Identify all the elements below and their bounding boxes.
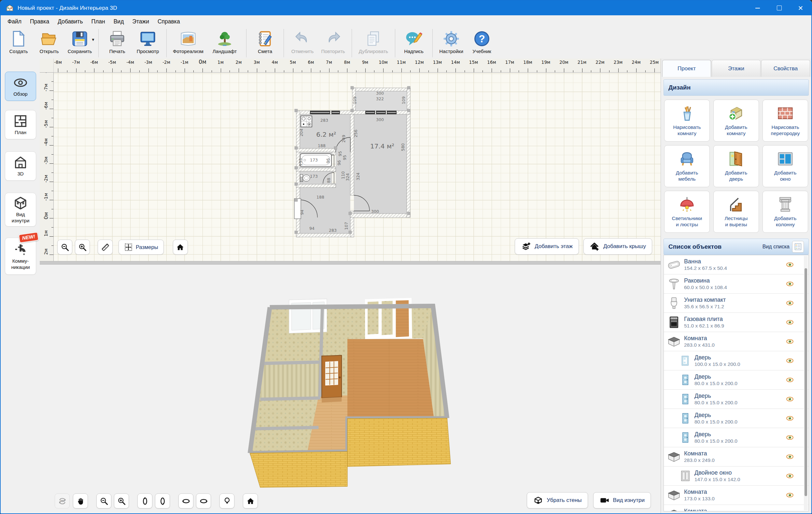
object-row-5[interactable]: Дверь100.0 x 15.0 x 200.0 xyxy=(664,351,808,370)
plan-canvas[interactable]: 1093003221092833002046.2 м²24925617.4 м²… xyxy=(53,72,661,261)
object-row-10[interactable]: Комната283.0 x 249.0 xyxy=(664,447,808,466)
object-row-6[interactable]: Дверь80.0 x 15.0 x 200.0 xyxy=(664,370,808,390)
wall-handle[interactable] xyxy=(295,147,297,149)
list-scrollbar-thumb[interactable] xyxy=(805,268,807,496)
design-add-column-button[interactable]: Добавитьколонну xyxy=(762,191,808,233)
wall-handle[interactable] xyxy=(351,86,354,89)
toolbar-label-button[interactable]: Надпись xyxy=(399,28,429,59)
save-dropdown-icon[interactable]: ▼ xyxy=(91,37,95,42)
plan-tool-dimensions[interactable]: Размеры xyxy=(118,240,164,254)
viewer3d-tool-tilt-up[interactable] xyxy=(137,493,152,509)
viewer3d-tool-lighting[interactable] xyxy=(220,493,234,509)
design-add-window-button[interactable]: Добавитьокно xyxy=(762,145,808,187)
viewer3d-tool-zoom-in-3d[interactable] xyxy=(114,493,129,509)
sidebar-item-inside-view[interactable]: Видизнутри xyxy=(5,193,36,226)
toolbar-landscape-button[interactable]: Ландшафт xyxy=(206,28,243,59)
viewer3d-tool-pan[interactable] xyxy=(73,493,88,509)
menu-item-5[interactable]: Этажи xyxy=(128,18,153,25)
toolbar-preview-button[interactable]: Просмотр xyxy=(133,28,163,59)
visibility-eye-icon[interactable] xyxy=(784,376,795,384)
wall-handle[interactable] xyxy=(407,109,410,112)
visibility-eye-icon[interactable] xyxy=(784,433,795,442)
object-row-1[interactable]: Раковина60.0 x 50.0 x 108.4 xyxy=(664,274,808,294)
object-row-0[interactable]: Ванна154.2 x 67.5 x 50.4 xyxy=(664,255,808,274)
menu-item-4[interactable]: Вид xyxy=(109,18,128,25)
viewer3d-tool-zoom-out-3d[interactable] xyxy=(96,493,111,509)
design-add-furniture-button[interactable]: Добавитьмебель xyxy=(664,145,710,187)
visibility-eye-icon[interactable] xyxy=(784,472,795,480)
sidebar-item-3d[interactable]: 3D xyxy=(5,151,36,181)
toolbar-print-button[interactable]: Печать xyxy=(102,28,133,59)
sidebar-item-overview[interactable]: Обзор xyxy=(5,71,36,101)
design-draw-partition-button[interactable]: Нарисоватьперегородку xyxy=(762,100,808,142)
tab-project[interactable]: Проект xyxy=(662,60,711,77)
visibility-eye-icon[interactable] xyxy=(784,395,795,403)
design-add-door-button[interactable]: Добавитьдверь xyxy=(713,145,759,187)
plan-tool-fit-home[interactable] xyxy=(173,240,188,254)
wall-handle[interactable] xyxy=(349,231,352,234)
wall-handle[interactable] xyxy=(407,86,410,89)
toolbar-settings-button[interactable]: Настройки xyxy=(436,28,467,59)
viewer3d-tool-fit-home-3d[interactable] xyxy=(243,493,258,509)
tab-floors[interactable]: Этажи xyxy=(712,60,760,77)
viewer3d-tool-orbit-left[interactable] xyxy=(178,493,194,509)
viewer3d-tool-orbit-right[interactable] xyxy=(196,493,211,509)
visibility-eye-icon[interactable] xyxy=(784,280,795,288)
wall-handle[interactable] xyxy=(334,147,337,149)
wall-handle[interactable] xyxy=(407,212,410,215)
plan-tool-measure-ruler[interactable] xyxy=(98,240,113,254)
wall-handle[interactable] xyxy=(349,212,352,215)
object-row-7[interactable]: Дверь80.0 x 15.0 x 200.0 xyxy=(664,390,808,409)
split-divider[interactable] xyxy=(40,261,661,265)
list-scrollbar[interactable] xyxy=(804,256,808,510)
object-row-8[interactable]: Дверь80.0 x 15.0 x 200.0 xyxy=(664,409,808,428)
visibility-eye-icon[interactable] xyxy=(784,414,795,422)
menu-item-2[interactable]: Добавить xyxy=(53,18,87,25)
toolbar-open-button[interactable]: Открыть xyxy=(34,28,64,59)
floor-plan-drawing[interactable]: 1093003221092833002046.2 м²24925617.4 м²… xyxy=(293,85,420,242)
visibility-eye-icon[interactable] xyxy=(784,491,795,499)
tab-properties[interactable]: Свойства xyxy=(761,60,810,77)
toolbar-estimate-button[interactable]: Смета xyxy=(250,28,280,59)
design-draw-room-button[interactable]: Нарисоватькомнату xyxy=(664,100,710,142)
viewer-3d[interactable]: Убрать стеныВид изнутри xyxy=(40,264,661,513)
menu-item-3[interactable]: План xyxy=(87,18,109,25)
visibility-eye-icon[interactable] xyxy=(784,261,795,269)
menu-item-6[interactable]: Справка xyxy=(153,18,184,25)
maximize-button[interactable] xyxy=(768,1,790,15)
sidebar-item-communications[interactable]: Комму-никацииNEW! xyxy=(5,238,36,275)
wall-handle[interactable] xyxy=(295,109,297,112)
visibility-eye-icon[interactable] xyxy=(784,338,795,345)
add-floor-button[interactable]: Добавить этаж xyxy=(515,238,579,254)
toolbar-save-button[interactable]: ▼Сохранить xyxy=(64,28,95,59)
object-row-9[interactable]: Дверь80.0 x 15.0 x 200.0 xyxy=(664,428,808,447)
wall-handle[interactable] xyxy=(351,109,354,112)
object-row-12[interactable]: Комната173.0 x 133.0 xyxy=(664,486,808,505)
inside-view-btn[interactable]: Вид изнутри xyxy=(593,492,651,509)
wall-handle[interactable] xyxy=(295,199,297,202)
object-row-2[interactable]: Унитаз компакт35.6 x 56.5 x 71.2 xyxy=(664,294,808,313)
close-button[interactable]: ✕ xyxy=(790,1,811,15)
wall-handle[interactable] xyxy=(295,231,297,234)
toolbar-photorealism-button[interactable]: Фотореализм xyxy=(170,28,206,59)
object-row-3[interactable]: Газовая плита51.0 x 62.1 x 86.9 xyxy=(664,313,808,332)
minimize-button[interactable] xyxy=(747,1,768,15)
toolbar-tutorial-button[interactable]: Учебник xyxy=(467,28,497,59)
design-add-room-button[interactable]: Добавитькомнату xyxy=(713,100,759,142)
visibility-eye-icon[interactable] xyxy=(784,357,795,365)
object-row-4[interactable]: Комната283.0 x 431.0 xyxy=(664,332,808,351)
wall-handle[interactable] xyxy=(295,167,297,169)
design-stairs-button[interactable]: Лестницыи вырезы xyxy=(713,191,759,233)
object-row-13[interactable]: Комната173.0 x 88.0 xyxy=(664,505,808,511)
visibility-eye-icon[interactable] xyxy=(784,319,795,326)
view-list-button[interactable] xyxy=(792,241,804,252)
wall-handle[interactable] xyxy=(295,183,297,186)
viewer3d-tool-tilt-down[interactable] xyxy=(155,493,170,509)
plan-tool-zoom-in[interactable] xyxy=(75,240,90,254)
sidebar-item-plan[interactable]: План xyxy=(5,110,36,139)
visibility-eye-icon[interactable] xyxy=(784,299,795,307)
object-row-11[interactable]: Двойное окно147.0 x 15.0 x 142.0 xyxy=(664,466,808,486)
add-roof-button[interactable]: Добавить крышу xyxy=(583,238,652,254)
design-lights-button[interactable]: Светильникии люстры xyxy=(664,191,710,233)
visibility-eye-icon[interactable] xyxy=(784,510,795,511)
